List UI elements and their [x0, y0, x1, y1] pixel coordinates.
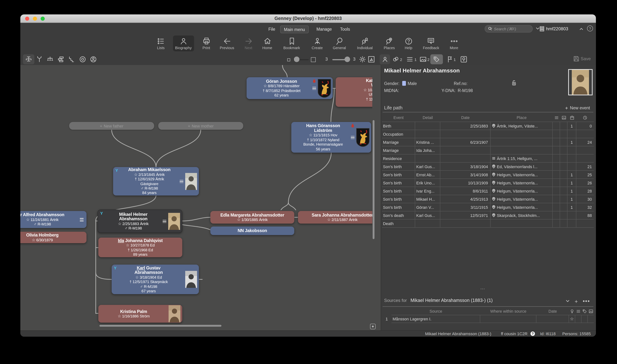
tags-tab-icon[interactable]	[433, 56, 440, 63]
lifepath-row[interactable]: MarriageKristina ...6/23/1907124	[382, 138, 594, 146]
node-photo[interactable]	[185, 271, 197, 288]
node-menu-icon[interactable]	[163, 220, 166, 223]
person-node-abraham-mikaelsson[interactable]: Abraham Mikaelsson☆ 2/13/1845 Ärtrik† 12…	[113, 167, 199, 195]
new-father-button[interactable]: + New father	[69, 122, 154, 130]
person-node-edla-margareta-abrahamsdotter[interactable]: Edla Margareta Abrahamsdotter☆ 1/30/1885…	[210, 211, 294, 223]
lifepath-row[interactable]: Son's birthErnst Ab...3/14/1908Helgum, V…	[382, 170, 594, 179]
col-where[interactable]: Where within source	[480, 309, 536, 313]
lifepath-row[interactable]: Son's birthKarl Gus...3/18/1904Ed, Väste…	[382, 162, 594, 170]
relation-help-icon[interactable]: ?	[530, 331, 535, 336]
close-button[interactable]	[25, 17, 29, 21]
lifepath-row[interactable]: Son's deathKarl Gus...12/5/1971Skarpnäck…	[382, 211, 594, 219]
lifepath-row[interactable]: Birth2/25/1883Ärtrik, Helgum, Väste...10	[382, 122, 594, 130]
add-source-button[interactable]: +	[575, 298, 578, 304]
flags-tab-icon[interactable]	[446, 56, 454, 63]
person-node-sara-johanna-abrahamsdotter[interactable]: Sara Johanna Abrahamsdotter☆ 2/11/1887 Ä…	[298, 211, 372, 223]
lifepath-row[interactable]: Son's birthErik Uno...10/13/1909Helgum, …	[382, 179, 594, 187]
chart-timeline-icon[interactable]	[57, 56, 64, 63]
lifepath-row[interactable]: MarriageIda Joha...	[382, 146, 594, 154]
generations-slider-knob[interactable]	[344, 57, 350, 62]
overview-toggle-icon[interactable]	[370, 324, 376, 329]
unlocked-padlock-icon[interactable]	[511, 80, 517, 86]
lifepath-row[interactable]: Son's birthGöran V...3/11/1915Helgum, Vä…	[382, 203, 594, 211]
chart-circle-icon[interactable]	[90, 56, 97, 63]
chart-descendants-icon[interactable]	[47, 56, 53, 63]
pdf-export-icon[interactable]	[368, 56, 375, 63]
person-photo[interactable]	[568, 69, 593, 95]
chart-fan-icon[interactable]	[79, 56, 86, 63]
minimize-button[interactable]	[33, 17, 37, 21]
relations-tab-icon[interactable]	[392, 56, 399, 63]
person-node-alfred-abrahamsson[interactable]: r Alfred Abrahamsson☆ 11/24/1881 Ärtrik♂…	[20, 211, 87, 228]
toolbar-lists[interactable]: Lists	[148, 36, 174, 53]
col-src-date[interactable]: Date	[536, 309, 569, 313]
database-list-icon[interactable]	[539, 26, 545, 31]
coat-of-arms[interactable]	[356, 128, 370, 147]
help-circle-icon[interactable]: ?	[587, 26, 593, 31]
sources-chevron-down-icon[interactable]	[566, 300, 570, 303]
col-source[interactable]: Source	[392, 309, 480, 313]
box-size-slider-knob[interactable]	[294, 57, 300, 62]
settings-gear-icon[interactable]	[359, 56, 366, 63]
lifepath-row[interactable]: Son's birthIvar Eng...8/6/1911Helgum, Vä…	[382, 187, 594, 195]
col-event[interactable]: Event	[382, 115, 415, 120]
toolbar-create[interactable]: Create	[304, 36, 330, 53]
node-menu-icon[interactable]	[180, 180, 183, 183]
node-menu-icon[interactable]	[351, 136, 354, 139]
menu-item-file[interactable]: File	[265, 26, 278, 33]
lifepath-row[interactable]: Son's birthMikael H...4/25/1913Helgum, V…	[382, 195, 594, 203]
node-photo[interactable]	[169, 305, 180, 322]
horizontal-scrollbar[interactable]	[99, 325, 222, 327]
images-tab-icon[interactable]	[420, 56, 427, 63]
chart-steps-icon[interactable]	[68, 56, 75, 63]
person-node-katarina-wikst[interactable]: Katarina MWikst☆ 10/5/1782 KuUlrika Ele†…	[336, 77, 372, 107]
places-tab-icon[interactable]	[460, 56, 467, 63]
menu-item-manage[interactable]: Manage	[313, 26, 335, 33]
events-tab-icon[interactable]	[406, 56, 413, 63]
col-date[interactable]: Date	[440, 115, 491, 120]
quality-star-icon[interactable]: ☆	[570, 316, 574, 322]
col-place[interactable]: Place	[491, 115, 553, 120]
new-event-button[interactable]: + New event	[565, 105, 590, 111]
sources-more-button[interactable]: •••	[583, 298, 590, 304]
person-node-karl-gustav-abrahamsson[interactable]: Karl GustavAbrahamsson☆ 3/18/1904 Ed† 12…	[112, 265, 199, 294]
chart-hourglass-icon[interactable]	[25, 56, 32, 63]
node-menu-icon[interactable]	[80, 218, 84, 221]
col-detail[interactable]: Detail	[415, 115, 440, 120]
chart-ancestors-icon[interactable]	[36, 56, 43, 63]
node-photo[interactable]	[185, 173, 197, 190]
person-node-goran-jonsson[interactable]: Göran Jonsson☆ 8/8/1789 Hänsätter† 8/7/1…	[247, 77, 333, 99]
person-node-mikael-helmer-abrahamsson[interactable]: Mikael HelmerAbrahamsson☆ 2/25/1883 Ärtr…	[98, 209, 182, 233]
node-menu-icon[interactable]	[312, 87, 316, 90]
person-node-nn-jakobsson[interactable]: NN Jakobsson	[210, 227, 294, 235]
coat-of-arms[interactable]	[317, 78, 331, 98]
new-mother-button[interactable]: + New mother	[158, 122, 243, 130]
toolbar-more[interactable]: More	[441, 36, 467, 53]
toolbar-feedback[interactable]: Feedback	[418, 36, 444, 53]
search-input[interactable]: Search (⌘F)	[485, 25, 533, 33]
person-details-tab-icon[interactable]	[381, 56, 389, 63]
node-photo[interactable]	[168, 213, 180, 230]
lifepath-row[interactable]: ResidenceÄrtrik 1:15, Hellgum, ...	[382, 154, 594, 162]
zoom-button[interactable]	[41, 17, 45, 21]
save-button[interactable]: Save	[573, 56, 591, 62]
source-row[interactable]: 1Månsson Lagergren I.☆	[382, 315, 594, 323]
search-chevron-down-icon[interactable]	[536, 27, 540, 30]
tree-canvas[interactable]: Göran Jonsson☆ 8/8/1789 Hänsätter† 8/7/1…	[20, 65, 381, 330]
person-node-ida-johanna-dahlqvist[interactable]: Ida Johanna Dahlqvist☆ 10/27/1878 Ed† 1/…	[98, 238, 182, 257]
person-node-hans-goransson-lidstrom[interactable]: Hans GöranssonLidström☆ 11/1/1815 Hov† 1…	[291, 122, 371, 153]
collapse-chevron-up-icon[interactable]	[579, 27, 583, 30]
toolbar-individual[interactable]: Individual	[352, 36, 378, 53]
toolbar-help[interactable]: Help	[395, 36, 421, 53]
lifepath-row[interactable]: Death	[382, 219, 594, 228]
toolbar-general[interactable]: General	[327, 36, 352, 53]
database-name[interactable]: hmf220803	[546, 26, 568, 31]
toolbar-bookmark[interactable]: Bookmark	[279, 36, 305, 53]
menu-item-main-menu[interactable]: Main menu	[280, 26, 309, 33]
toolbar-biography[interactable]: Biography	[171, 36, 196, 53]
menu-item-tools[interactable]: Tools	[337, 26, 354, 33]
toolbar-home[interactable]: Home	[254, 36, 280, 53]
lifepath-row[interactable]: Occupation	[382, 130, 594, 138]
person-node-kristina-palm[interactable]: Kristina Palm☆ 1/16/1886 Ström	[98, 305, 182, 323]
person-node-olivia-holmberg[interactable]: Olivia Holmberg☆ 6/30/1879	[20, 232, 87, 243]
